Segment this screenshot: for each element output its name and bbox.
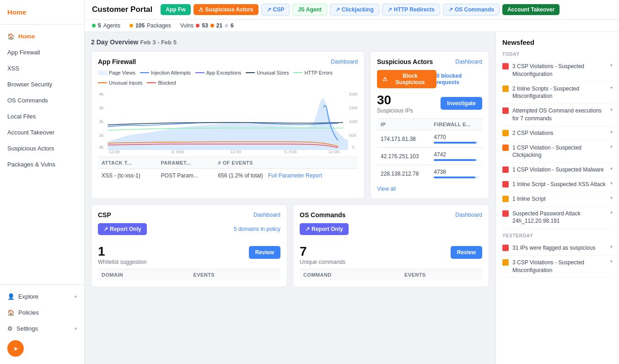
newsfeed-item[interactable]: 3 CSP Violations - Suspected Misconfigur… (502, 256, 613, 278)
legend-http-errors: HTTP Errors (293, 70, 333, 75)
newsfeed-text: Attempted OS Command executions for 7 co… (512, 107, 607, 123)
newsfeed-item[interactable]: Attempted OS Command executions for 7 co… (502, 104, 613, 126)
domain-table: DOMAIN EVENTS (98, 269, 280, 280)
sidebar-bottom: 👤 Explore ▾ 🏠 Policies ⚙ Settings ▾ ➤ (0, 284, 84, 364)
newsfeed-icon (502, 107, 509, 114)
block-suspicious-button[interactable]: ⚠ Block Suspicious (377, 70, 436, 88)
tab-clickjacking[interactable]: ↗ Clickjacking (330, 4, 379, 16)
newsfeed-text: 3 CSP Violations - Suspected Misconfigur… (512, 63, 607, 78)
home-link[interactable]: Home (7, 8, 27, 16)
newsfeed: Newsfeed TODAY 3 CSP Violations - Suspec… (495, 32, 619, 364)
events-cell: 4770 (430, 130, 482, 148)
explore-arrow-icon: ▾ (75, 294, 77, 299)
settings-icon: ⚙ (7, 325, 13, 332)
sidebar-item-local-files[interactable]: Local Files (0, 108, 84, 124)
parameter-cell: POST Param... (157, 169, 215, 183)
newsfeed-text: 1 CSP Violation - Suspected Clickjacking (512, 144, 607, 160)
sidebar-item-explore[interactable]: 👤 Explore ▾ (0, 289, 84, 305)
ip-table-row: 174.171.81.38 4770 (377, 130, 482, 148)
settings-arrow-icon: ▾ (75, 326, 77, 331)
tab-js-agent[interactable]: JS Agent (292, 4, 327, 16)
newsfeed-text: 31 IPs were flagged as suspicious (512, 244, 607, 252)
sidebar-item-policies[interactable]: 🏠 Policies (0, 305, 84, 321)
explore-icon: 👤 (7, 293, 15, 300)
overview-header: 2 Day Overview Feb 3 - Feb 5 (91, 38, 489, 46)
csp-dashboard-link[interactable]: Dashboard (253, 212, 280, 218)
sidebar-item-browser-security[interactable]: Browser Security (0, 76, 84, 92)
newsfeed-item[interactable]: 1 CSP Violation - Suspected Malware ▾ (502, 163, 613, 177)
investigate-button[interactable]: Investigate (441, 97, 482, 110)
tab-csp[interactable]: ↗ CSP (261, 4, 290, 16)
http-errors-legend-color (293, 72, 302, 73)
newsfeed-icon (502, 63, 509, 70)
ip-cell: 228.138.212.78 (377, 165, 430, 182)
domain-events-col: EVENTS (189, 269, 280, 281)
newsfeed-icon (502, 196, 509, 202)
newsfeed-item[interactable]: 31 IPs were flagged as suspicious ▾ (502, 241, 613, 256)
sidebar-item-home[interactable]: 🏠 Home (0, 28, 84, 44)
chevron-down-icon: ▾ (610, 129, 613, 134)
sidebar-item-xss[interactable]: XSS (0, 60, 84, 76)
os-report-button[interactable]: ↗ Report Only (300, 223, 349, 235)
chevron-down-icon: ▾ (610, 181, 613, 186)
fab-button[interactable]: ➤ (7, 340, 24, 357)
command-table: COMMAND EVENTS (300, 269, 482, 280)
sidebar-item-packages-vulns[interactable]: Packages & Vulns (0, 156, 84, 172)
statusbar: 5 Agents 105 Packages Vulns 53 21 6 (85, 20, 619, 32)
newsfeed-icon (502, 245, 509, 251)
newsfeed-text: 2 Inline Scripts - Suspected Misconfigur… (512, 85, 607, 101)
newsfeed-item[interactable]: 3 CSP Violations - Suspected Misconfigur… (502, 59, 613, 82)
newsfeed-item[interactable]: Suspected Password Attack 24h_112.20.98.… (502, 207, 613, 229)
os-commands-dashboard-link[interactable]: Dashboard (455, 212, 482, 218)
sidebar-item-os-commands[interactable]: OS Commands (0, 92, 84, 108)
chevron-down-icon: ▾ (610, 244, 613, 249)
legend-unusual-sizes: Unusual Sizes (246, 70, 289, 75)
http-arrow-icon: ↗ (388, 6, 392, 13)
blocked-legend-color (147, 82, 156, 83)
suspicious-actors-dashboard-link[interactable]: Dashboard (455, 59, 482, 65)
clickjacking-arrow-icon: ↗ (335, 6, 340, 13)
os-review-button[interactable]: Review (451, 246, 482, 259)
full-parameter-report-link[interactable]: Full Parameter Report (268, 172, 322, 179)
report-icon: ↗ (103, 226, 108, 232)
suspicious-actors-header: Suspicious Actors Dashboard (377, 58, 482, 65)
main-area: Customer Portal App Fw ⚠ Suspicious Acto… (85, 0, 619, 364)
attack-type-col: ATTACK T... (98, 157, 157, 169)
newsfeed-icon (502, 86, 509, 92)
tab-suspicious-actors[interactable]: ⚠ Suspicious Actors (194, 4, 258, 15)
tab-os-commands[interactable]: ↗ OS Commands (443, 4, 500, 16)
chevron-down-icon: ▾ (610, 195, 613, 200)
ip-cell: 42.176.251.103 (377, 148, 430, 165)
home-icon: 🏠 (7, 33, 15, 40)
csp-title: CSP (98, 211, 111, 219)
tab-account-takeover[interactable]: Account Takeover (502, 4, 560, 15)
newsfeed-item[interactable]: 2 Inline Scripts - Suspected Misconfigur… (502, 82, 613, 104)
packages-vulns-label: Packages & Vulns (7, 161, 55, 168)
newsfeed-item[interactable]: 1 CSP Violation - Suspected Clickjacking… (502, 141, 613, 163)
suspicious-actors-label: Suspicious Actors (7, 145, 54, 152)
unusual-sizes-legend-color (246, 72, 255, 73)
newsfeed-item[interactable]: 1 Inline Script ▾ (502, 192, 613, 207)
sidebar-item-app-firewall[interactable]: App Firewall (0, 44, 84, 60)
csp-count: 1 Whitelist suggestion (98, 240, 147, 265)
tab-http-redirects[interactable]: ↗ HTTP Redirects (382, 4, 440, 16)
today-label: TODAY (502, 52, 613, 57)
newsfeed-item[interactable]: 1 Inline Script - Suspected XSS Attack ▾ (502, 177, 613, 192)
csp-policy-link[interactable]: 5 domains in policy (234, 226, 280, 232)
account-takeover-label: Account Takeover (7, 129, 54, 136)
csp-report-button[interactable]: ↗ Report Only (98, 223, 147, 235)
newsfeed-text: 1 CSP Violation - Suspected Malware (512, 166, 607, 174)
newsfeed-item[interactable]: 2 CSP Violations ▾ (502, 126, 613, 141)
sidebar-item-settings[interactable]: ⚙ Settings ▾ (0, 321, 84, 337)
tab-app-fw[interactable]: App Fw (161, 4, 190, 15)
sidebar-item-suspicious-actors[interactable]: Suspicious Actors (0, 140, 84, 156)
svg-text:0k: 0k (99, 145, 104, 150)
sidebar-item-account-takeover[interactable]: Account Takeover (0, 124, 84, 140)
policies-icon: 🏠 (7, 309, 15, 316)
app-firewall-dashboard-link[interactable]: Dashboard (331, 59, 358, 65)
legend-app-exceptions: App Exceptions (195, 70, 241, 75)
svg-text:12:00: 12:00 (230, 150, 241, 153)
fab-icon: ➤ (13, 345, 18, 352)
csp-review-button[interactable]: Review (249, 246, 280, 259)
view-all-link[interactable]: View all (377, 186, 396, 192)
